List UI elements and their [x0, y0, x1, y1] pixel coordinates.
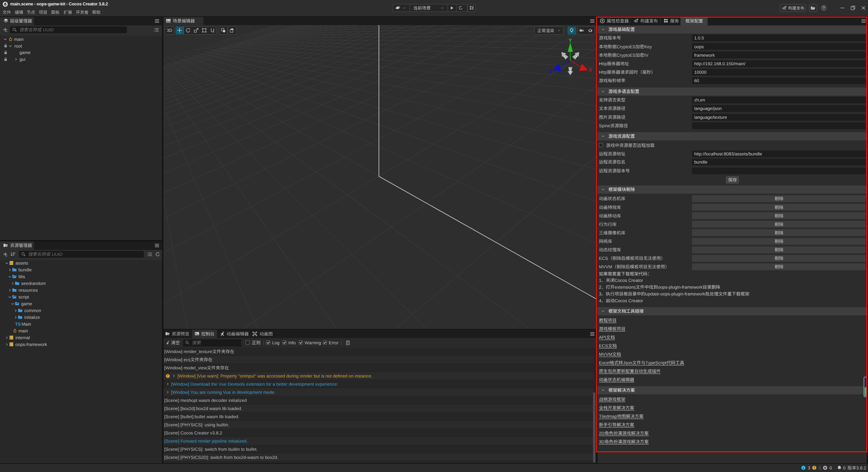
svg-text:i: i — [803, 466, 804, 470]
svg-text:Y: Y — [569, 38, 572, 43]
svg-text:?: ? — [823, 6, 825, 10]
svg-text:Z: Z — [549, 68, 552, 74]
svg-text:X: X — [589, 67, 592, 73]
